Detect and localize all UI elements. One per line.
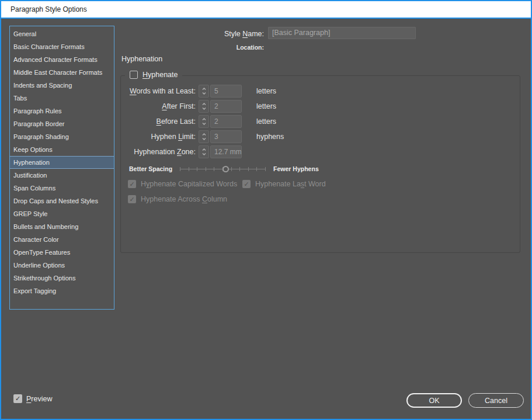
dialog-body: GeneralBasic Character FormatsAdvanced C… [1,19,531,419]
sidebar-item-justification[interactable]: Justification [10,169,114,182]
option-row: ✓ Hyphenate Capitalized Words ✓ Hyphenat… [128,180,326,188]
stepper-up-down-icon[interactable] [199,130,209,143]
slider-tick [248,167,249,171]
option-row: ✓ Hyphenate Across Column [128,195,227,203]
after-first-label: After First: [121,102,196,110]
sidebar-item-span-columns[interactable]: Span Columns [10,182,114,195]
titlebar: Paragraph Style Options [1,1,531,19]
location-label: Location: [176,44,264,51]
hyphen-limit-input[interactable]: 3 [210,130,242,143]
hyphenation-slider[interactable] [180,165,266,173]
check-icon: ✓ [244,181,249,188]
hyphenate-across-column-label: Hyphenate Across Column [141,195,227,203]
stepper-up-down-icon[interactable] [199,100,209,113]
after-first-input[interactable]: 2 [210,100,242,113]
field-row: Hyphen Limit: 3 hyphens [121,129,520,144]
field-row: Hyphenation Zone: 12.7 mm [121,144,520,159]
field-suffix: letters [256,102,276,110]
preview-checkbox[interactable]: ✓ [13,394,22,403]
hyphenation-slider-row: Better Spacing Fewer Hyphens [129,164,319,173]
before-last-label: Before Last: [121,117,196,126]
hyphenation-zone-input[interactable]: 12.7 mm [210,145,242,158]
panel-title: Hyphenation [121,55,162,63]
slider-tick [197,167,197,171]
sidebar-item-opentype-features[interactable]: OpenType Features [10,246,114,259]
hyphenate-capitalized-words-label: Hyphenate Capitalized Words [141,180,237,188]
sidebar-item-underline-options[interactable]: Underline Options [10,259,114,272]
hyphenate-capitalized-words-checkbox[interactable]: ✓ [128,180,136,188]
style-name-input[interactable]: [Basic Paragraph] [268,27,416,39]
field-suffix: hyphens [256,133,284,141]
check-icon: ✓ [129,196,134,203]
words-with-at-least-label: Words with at Least: [121,87,196,95]
sidebar-item-advanced-character-formats[interactable]: Advanced Character Formats [10,53,114,66]
slider-tick [231,167,232,171]
words-with-at-least-input[interactable]: 5 [210,85,242,98]
hyphenation-zone-label: Hyphenation Zone: [121,148,196,156]
field-row: After First: 2 letters [121,99,520,114]
preview-checkbox-wrap: ✓ Preview [13,394,52,403]
style-name-label: Style Name: [176,28,264,40]
slider-tick [256,167,257,171]
sidebar-item-general[interactable]: General [10,27,114,40]
slider-tick [180,167,180,171]
hyphenate-last-word-checkbox[interactable]: ✓ [242,180,251,188]
cancel-button[interactable]: Cancel [468,393,524,408]
hyphenate-last-word-label: Hyphenate Last Word [255,180,326,188]
sidebar-item-export-tagging[interactable]: Export Tagging [10,284,114,297]
sidebar-item-indents-and-spacing[interactable]: Indents and Spacing [10,79,114,92]
hyphenate-across-column-checkbox[interactable]: ✓ [128,195,136,203]
slider-tick [214,167,214,171]
field-row: Before Last: 2 letters [121,114,520,129]
sidebar-list: GeneralBasic Character FormatsAdvanced C… [9,26,114,310]
hyphen-limit-label: Hyphen Limit: [121,133,196,141]
field-suffix: letters [256,87,276,95]
sidebar-item-paragraph-shading[interactable]: Paragraph Shading [10,130,114,143]
stepper-up-down-icon[interactable] [199,115,209,128]
hyphenate-checkbox[interactable] [130,71,138,79]
slider-tick [206,167,206,171]
sidebar-item-paragraph-border[interactable]: Paragraph Border [10,117,114,130]
stepper-up-down-icon[interactable] [199,85,209,98]
sidebar-item-keep-options[interactable]: Keep Options [10,143,114,156]
hyphenate-label: Hyphenate [142,71,178,79]
sidebar-item-strikethrough-options[interactable]: Strikethrough Options [10,272,114,284]
field-row: Words with at Least: 5 letters [121,84,520,99]
paragraph-style-options-dialog: Paragraph Style Options GeneralBasic Cha… [0,0,532,420]
sidebar-item-character-color[interactable]: Character Color [10,233,114,246]
sidebar-item-middle-east-character-formats[interactable]: Middle East Character Formats [10,66,114,79]
slider-tick [189,167,189,171]
slider-right-label: Fewer Hyphens [273,165,319,172]
check-icon: ✓ [15,395,20,402]
ok-button[interactable]: OK [406,393,462,408]
sidebar-item-hyphenation[interactable]: Hyphenation [10,156,114,169]
sidebar-item-basic-character-formats[interactable]: Basic Character Formats [10,40,114,53]
field-suffix: letters [256,117,276,126]
before-last-input[interactable]: 2 [210,115,242,128]
sidebar-item-tabs[interactable]: Tabs [10,92,114,105]
sidebar-item-paragraph-rules[interactable]: Paragraph Rules [10,105,114,117]
check-icon: ✓ [129,181,134,188]
field-rows: Words with at Least: 5 letters After Fir… [121,84,520,159]
hyphenation-groupbox: Hyphenate Words with at Least: 5 letters… [120,75,520,253]
sidebar-item-drop-caps-and-nested-styles[interactable]: Drop Caps and Nested Styles [10,195,114,207]
dialog-title: Paragraph Style Options [11,5,87,13]
preview-label: Preview [26,395,52,403]
sidebar-item-bullets-and-numbering[interactable]: Bullets and Numbering [10,220,114,233]
slider-tick [265,167,266,171]
stepper-up-down-icon[interactable] [199,145,209,158]
slider-thumb[interactable] [222,166,229,172]
hyphenate-legend: Hyphenate [125,71,182,79]
slider-left-label: Better Spacing [129,165,172,172]
sidebar-item-grep-style[interactable]: GREP Style [10,207,114,220]
slider-tick [239,167,240,171]
